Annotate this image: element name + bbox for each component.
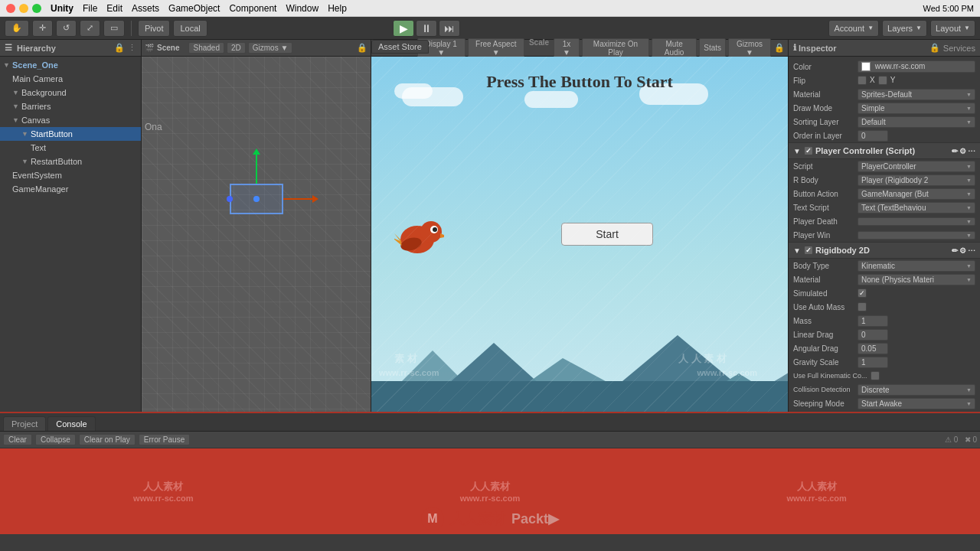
menu-gameobject[interactable]: GameObject (168, 3, 220, 14)
hier-background[interactable]: ▼ Background (0, 86, 141, 99)
menu-window[interactable]: Window (286, 3, 318, 14)
inspector-lock[interactable]: 🔒 (929, 43, 940, 53)
layout-dropdown[interactable]: Layout (930, 20, 975, 37)
layers-dropdown[interactable]: Layers (882, 20, 927, 37)
inspector-buttonaction-value: GameManager (But (861, 190, 929, 198)
scene-shaded-btn[interactable]: Shaded (188, 42, 224, 54)
inspector-material-rb-dropdown[interactable]: None (Physics Materi (858, 274, 975, 285)
console-tab[interactable]: Console (47, 416, 95, 431)
inspector-rigidbody-section[interactable]: ▼ Rigidbody 2D ✏ ⚙ ⋯ (789, 242, 980, 259)
bottom-tabs: Project Console (0, 413, 980, 432)
menu-unity[interactable]: Unity (51, 3, 74, 14)
flip-x-checkbox[interactable] (858, 76, 867, 85)
inspector-drawmode-dropdown[interactable]: Simple (858, 103, 975, 114)
inspector-color-value[interactable]: www.rr-sc.com (858, 60, 975, 73)
menu-help[interactable]: Help (328, 3, 347, 14)
simulated-checkbox[interactable] (858, 289, 867, 298)
menu-file[interactable]: File (83, 3, 97, 14)
inspector-bodytype-dropdown[interactable]: Kinematic (858, 260, 975, 272)
inspector-collision-dropdown[interactable]: Discrete (858, 384, 975, 396)
step-button[interactable]: ⏭ (439, 20, 460, 37)
menu-assets[interactable]: Assets (132, 3, 159, 14)
rigidbody-more-icon[interactable]: ⋯ (968, 246, 975, 255)
toolbar-rotate[interactable]: ↺ (56, 20, 77, 37)
game-mute-btn[interactable]: Mute Audio (652, 38, 697, 58)
game-aspect-btn[interactable]: Free Aspect ▼ (468, 38, 524, 58)
hier-canvas[interactable]: ▼ Canvas (0, 113, 141, 127)
toolbar-local[interactable]: Local (173, 20, 207, 37)
account-dropdown[interactable]: Account (828, 20, 879, 37)
inspector-playercontroller-section[interactable]: ▼ Player Controller (Script) ✏ ⚙ ⋯ (789, 142, 980, 159)
game-scale-btn[interactable]: 1x ▼ (554, 38, 580, 58)
clear-on-play-button[interactable]: Clear on Play (79, 434, 136, 445)
scene-2d-btn[interactable]: 2D (227, 42, 246, 54)
play-button[interactable]: ▶ (393, 20, 414, 37)
inspector-playerwin-dropdown[interactable] (858, 231, 975, 240)
automass-checkbox[interactable] (858, 302, 867, 311)
rigidbody-settings-icon[interactable]: ⚙ (959, 246, 966, 255)
close-dot[interactable] (6, 4, 15, 13)
mac-menubar: Unity File Edit Assets GameObject Compon… (0, 0, 980, 17)
section-settings-icon[interactable]: ⚙ (959, 147, 966, 155)
scene-gizmos-btn[interactable]: Gizmos ▼ (248, 42, 293, 54)
menu-edit[interactable]: Edit (106, 3, 122, 14)
hier-scene[interactable]: ▼ Scene_One (0, 58, 141, 72)
inspector-playerdeath-dropdown[interactable] (858, 217, 975, 226)
fullkinematic-checkbox[interactable] (871, 371, 880, 380)
hier-main-camera[interactable]: Main Camera (0, 72, 141, 86)
game-view[interactable]: Press The Button To Start (371, 57, 788, 412)
toolbar-pivot[interactable]: Pivot (138, 20, 170, 37)
color-swatch[interactable] (861, 62, 871, 71)
game-maximize-btn[interactable]: Maximize On Play (582, 38, 649, 58)
window-controls[interactable] (6, 4, 41, 13)
error-pause-button[interactable]: Error Pause (139, 434, 190, 445)
rigidbody-enabled[interactable] (804, 246, 813, 255)
flip-y-checkbox[interactable] (878, 76, 887, 85)
scene-view[interactable]: Ona (142, 57, 371, 412)
hierarchy-menu[interactable]: ⋮ (128, 43, 136, 53)
hierarchy-content[interactable]: ▼ Scene_One Main Camera ▼ Background ▼ B… (0, 57, 141, 412)
inspector-sortinglayer-dropdown[interactable]: Default (858, 116, 975, 128)
hier-text[interactable]: Text (0, 141, 141, 155)
minimize-dot[interactable] (19, 4, 28, 13)
section-more-icon[interactable]: ⋯ (968, 147, 975, 155)
section-edit-icon[interactable]: ✏ (952, 147, 958, 155)
project-tab[interactable]: Project (3, 416, 46, 431)
inspector-sleeping-dropdown[interactable]: Start Awake (858, 398, 975, 409)
toolbar-scale[interactable]: ⤢ (80, 20, 100, 37)
toolbar-rect[interactable]: ▭ (103, 20, 125, 37)
hier-restart-button[interactable]: ▼ RestartButton (0, 155, 141, 168)
game-start-button[interactable]: Start (561, 223, 653, 246)
game-stats-btn[interactable]: Stats (699, 38, 726, 58)
inspector-buttonaction-dropdown[interactable]: GameManager (But (858, 188, 975, 200)
asset-store-tab[interactable]: Asset Store (371, 40, 429, 54)
inspector-script-dropdown[interactable]: PlayerController (858, 161, 975, 172)
inspector-gravityscale-value[interactable]: 1 (858, 357, 888, 368)
maximize-dot[interactable] (32, 4, 41, 13)
inspector-services[interactable]: Services (943, 43, 975, 53)
pause-button[interactable]: ⏸ (416, 20, 437, 37)
hier-gamemanager[interactable]: GameManager (0, 182, 141, 196)
inspector-mass-value[interactable]: 1 (858, 315, 888, 327)
inspector-rbody-dropdown[interactable]: Player (Rigidbody 2 (858, 174, 975, 186)
rigidbody-edit-icon[interactable]: ✏ (952, 246, 958, 255)
playercontroller-enabled[interactable] (804, 146, 813, 155)
hierarchy-lock[interactable]: 🔒 (114, 43, 125, 53)
hier-eventsystem[interactable]: EventSystem (0, 168, 141, 182)
scene-lock[interactable]: 🔒 (357, 43, 368, 53)
toolbar-hand[interactable]: ✋ (5, 20, 29, 37)
collapse-button[interactable]: Collapse (35, 434, 76, 445)
toolbar-move[interactable]: ✛ (32, 20, 53, 37)
inspector-lineardrag-value[interactable]: 0 (858, 329, 888, 341)
hier-start-button[interactable]: ▼ StartButton (0, 127, 141, 141)
game-lock[interactable]: 🔒 (774, 43, 785, 53)
inspector-flip-label: Flip (793, 77, 854, 85)
game-gizmos-btn[interactable]: Gizmos ▼ (728, 38, 771, 58)
clear-button[interactable]: Clear (3, 434, 32, 445)
inspector-textscript-dropdown[interactable]: Text (TextBehaviou (858, 202, 975, 214)
inspector-order-value[interactable]: 0 (858, 130, 888, 142)
hier-barriers[interactable]: ▼ Barriers (0, 99, 141, 113)
inspector-angulardrag-value[interactable]: 0.05 (858, 343, 888, 354)
inspector-material-dropdown[interactable]: Sprites-Default (858, 89, 975, 100)
menu-component[interactable]: Component (229, 3, 276, 14)
